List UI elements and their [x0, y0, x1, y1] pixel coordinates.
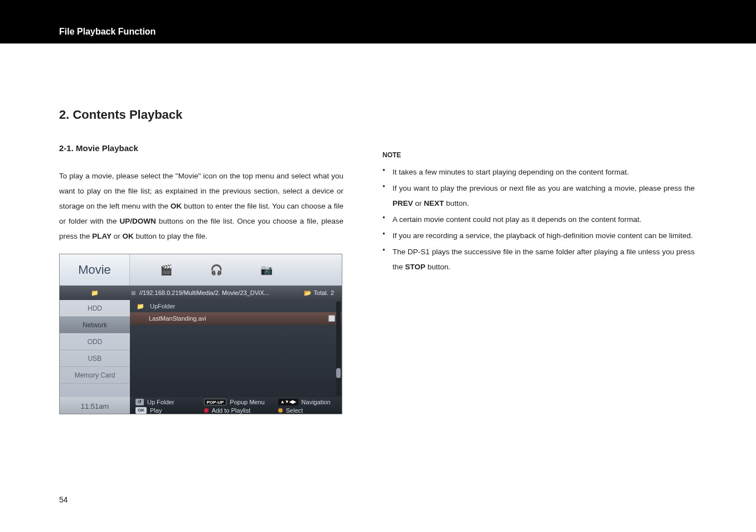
hint-label: Navigation [302, 399, 331, 405]
file-list-scrollbar[interactable] [336, 301, 341, 396]
screenshot-pathbar: 📁 🖥 //192.168.0.219/MultiMedia/2. Movie/… [60, 286, 342, 300]
screenshot-topbar: Movie 🎬 🎧 📷 [60, 254, 342, 286]
hint-add-playlist: Add to Playlist [204, 407, 274, 414]
note-segment: button. [444, 199, 469, 207]
hint-play: OK Play [135, 407, 200, 414]
movie-playback-screenshot: Movie 🎬 🎧 📷 📁 🖥 //192.168.0.219/MultiMed… [59, 254, 342, 414]
note-segment: It takes a few minutes to start playing … [392, 168, 629, 176]
note-segment: A certain movie content could not play a… [392, 215, 642, 224]
note-title: NOTE [382, 151, 695, 159]
yellow-dot-icon [278, 408, 283, 413]
path-device-badge: 📁 [60, 289, 130, 297]
hint-select: Select [278, 407, 336, 414]
sidebar-item-usb[interactable]: USB [60, 350, 130, 367]
note-item: The DP-S1 plays the successive file in t… [382, 244, 695, 274]
note-segment: If you are recording a service, the play… [392, 231, 693, 240]
note-segment: STOP [405, 263, 426, 271]
scrollbar-thumb[interactable] [336, 368, 341, 378]
note-segment: or [413, 199, 424, 207]
file-name: UpFolder [150, 303, 175, 309]
total-value: 2 [331, 289, 334, 296]
note-item: If you are recording a service, the play… [382, 228, 695, 243]
file-checkbox[interactable] [328, 315, 335, 322]
para-seg-8: button to play the file. [134, 232, 207, 240]
folder-icon: 📂 [304, 289, 312, 297]
note-segment: If you want to play the previous or next… [392, 184, 695, 192]
return-key-icon: ↺ [135, 399, 144, 405]
total-label: Total. [314, 289, 328, 296]
clock: 11:51am [60, 397, 130, 414]
para-seg-1: OK [171, 202, 182, 210]
section-heading: 2. Contents Playback [59, 108, 343, 122]
hint-up-folder: ↺ Up Folder [135, 399, 200, 405]
hint-label: Play [150, 407, 162, 414]
breadcrumb-path: //192.168.0.219/MultiMedia/2. Movie/23_D… [139, 289, 269, 296]
note-item: It takes a few minutes to start playing … [382, 165, 695, 180]
screenshot-footer: 11:51am ↺ Up Folder POP-UP Popup Menu ▲▼… [60, 397, 342, 414]
note-segment: PREV [392, 199, 413, 207]
hint-label: Add to Playlist [212, 407, 251, 414]
screenshot-sidebar: HDD Network ODD USB Memory Card [60, 300, 130, 397]
folder-icon: 📁 [91, 289, 99, 297]
red-dot-icon [204, 408, 209, 413]
file-row-upfolder[interactable]: 📁 UpFolder [130, 300, 342, 312]
file-row-selected[interactable]: LastManStanding.avi [130, 312, 342, 325]
para-seg-6: or [112, 232, 123, 240]
clock-time: 11:51am [81, 402, 109, 410]
sidebar-item-hdd[interactable]: HDD [60, 300, 130, 317]
section-paragraph: To play a movie, please select the "Movi… [59, 168, 343, 244]
ok-key-icon: OK [135, 407, 147, 414]
note-segment: NEXT [424, 199, 444, 207]
page-number: 54 [59, 495, 68, 504]
movie-tab[interactable]: Movie [60, 254, 130, 286]
hint-popup-menu: POP-UP Popup Menu [204, 399, 274, 405]
file-list[interactable]: 📁 UpFolder LastManStanding.avi [130, 300, 342, 397]
left-column: 2. Contents Playback 2-1. Movie Playback… [59, 108, 343, 414]
sidebar-item-memorycard[interactable]: Memory Card [60, 367, 130, 384]
file-name: LastManStanding.avi [149, 315, 323, 322]
note-list: It takes a few minutes to start playing … [382, 165, 695, 274]
camera-icon[interactable]: 📷 [257, 262, 276, 278]
hint-navigation: ▲▼◀▶ Navigation [278, 399, 336, 405]
popup-key-icon: POP-UP [204, 399, 227, 405]
hint-label: Popup Menu [230, 399, 264, 405]
para-seg-3: UP/DOWN [119, 217, 156, 225]
header-title: File Playback Function [59, 27, 156, 37]
headphones-icon[interactable]: 🎧 [207, 262, 226, 278]
footer-hints: ↺ Up Folder POP-UP Popup Menu ▲▼◀▶ Navig… [130, 397, 342, 414]
note-item: If you want to play the previous or next… [382, 181, 695, 211]
right-column: NOTE It takes a few minutes to start pla… [382, 108, 695, 414]
hint-label: Up Folder [147, 399, 174, 405]
note-item: A certain movie content could not play a… [382, 212, 695, 227]
note-segment: button. [425, 263, 450, 271]
para-seg-7: OK [123, 232, 134, 240]
section-subheading: 2-1. Movie Playback [59, 143, 343, 153]
nav-key-icon: ▲▼◀▶ [278, 399, 298, 405]
screenshot-body: HDD Network ODD USB Memory Card 📁 UpFold… [60, 300, 342, 397]
hint-label: Select [286, 407, 303, 414]
top-icons-area: 🎬 🎧 📷 [130, 254, 342, 286]
folder-icon: 📁 [137, 303, 144, 310]
sidebar-item-odd[interactable]: ODD [60, 333, 130, 350]
sidebar-item-network[interactable]: Network [60, 317, 130, 333]
film-icon[interactable]: 🎬 [157, 262, 176, 278]
para-seg-5: PLAY [92, 232, 112, 240]
monitor-icon: 🖥 [130, 289, 136, 296]
